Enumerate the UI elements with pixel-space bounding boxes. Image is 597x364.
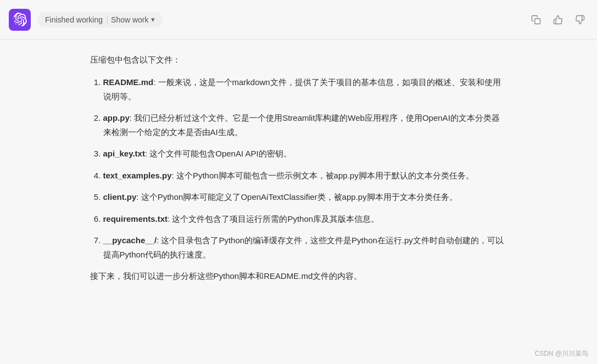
list-item: README.md: 一般来说，这是一个markdown文件，提供了关于项目的基… — [103, 75, 507, 103]
item-desc-5: : 这个Python脚本可能定义了OpenAiTextClassifier类，被… — [136, 192, 457, 201]
item-name-7: __pycache__/ — [103, 236, 157, 245]
item-name-4: text_examples.py — [103, 171, 172, 180]
top-bar-left: Finished working Show work ▾ — [9, 9, 163, 31]
watermark: CSDN @川川菜鸟 — [534, 349, 588, 359]
thumbs-down-icon — [575, 15, 585, 25]
list-item: text_examples.py: 这个Python脚本可能包含一些示例文本，被… — [103, 169, 507, 183]
item-desc-3: : 这个文件可能包含OpenAI API的密钥。 — [145, 149, 292, 158]
list-item: requirements.txt: 这个文件包含了项目运行所需的Python库及… — [103, 212, 507, 226]
item-desc-1: : 一般来说，这是一个markdown文件，提供了关于项目的基本信息，如项目的概… — [103, 77, 501, 101]
top-bar: Finished working Show work ▾ — [0, 0, 597, 40]
item-name-1: README.md — [103, 77, 154, 87]
list-item: api_key.txt: 这个文件可能包含OpenAI API的密钥。 — [103, 147, 507, 161]
list-item: __pycache__/: 这个目录包含了Python的编译缓存文件，这些文件是… — [103, 233, 507, 261]
item-desc-6: : 这个文件包含了项目运行所需的Python库及其版本信息。 — [168, 214, 379, 223]
pill-divider — [107, 16, 108, 24]
footer-text: 接下来，我们可以进一步分析这些Python脚本和README.md文件的内容。 — [90, 271, 507, 282]
thumbs-up-icon — [553, 15, 563, 25]
item-desc-7: : 这个目录包含了Python的编译缓存文件，这些文件是Python在运行.py… — [103, 236, 504, 259]
list-item: client.py: 这个Python脚本可能定义了OpenAiTextClas… — [103, 190, 507, 204]
item-name-3: api_key.txt — [103, 149, 145, 158]
intro-text: 压缩包中包含以下文件： — [90, 55, 507, 65]
thumbs-up-button[interactable] — [550, 13, 566, 27]
finished-working-text: Finished working — [45, 15, 103, 24]
item-name-6: requirements.txt — [103, 214, 168, 223]
thumbs-down-button[interactable] — [572, 13, 588, 27]
show-work-text: Show work — [111, 15, 148, 24]
top-bar-right — [528, 13, 588, 27]
status-pill[interactable]: Finished working Show work ▾ — [37, 12, 163, 27]
item-desc-4: : 这个Python脚本可能包含一些示例文本，被app.py脚本用于默认的文本分… — [172, 171, 474, 180]
svg-rect-0 — [535, 18, 540, 24]
item-name-5: client.py — [103, 192, 137, 201]
chatgpt-logo — [9, 9, 31, 31]
item-desc-2: : 我们已经分析过这个文件。它是一个使用Streamlit库构建的Web应用程序… — [103, 113, 500, 137]
content-area: 压缩包中包含以下文件： README.md: 一般来说，这是一个markdown… — [74, 40, 524, 298]
copy-icon — [531, 15, 541, 25]
item-name-2: app.py — [103, 113, 130, 122]
copy-button[interactable] — [528, 13, 544, 27]
file-list: README.md: 一般来说，这是一个markdown文件，提供了关于项目的基… — [90, 75, 507, 261]
list-item: app.py: 我们已经分析过这个文件。它是一个使用Streamlit库构建的W… — [103, 111, 507, 139]
chevron-down-icon: ▾ — [151, 15, 155, 24]
openai-logo-svg — [13, 13, 27, 27]
